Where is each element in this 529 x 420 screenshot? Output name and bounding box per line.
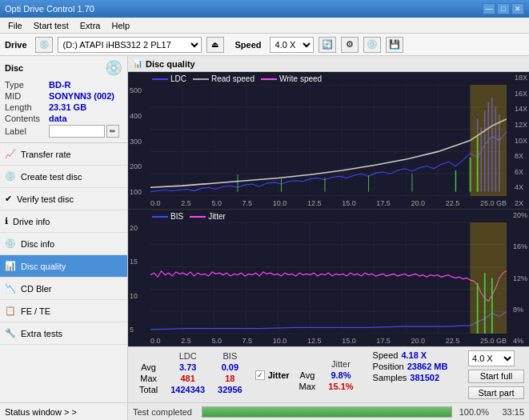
jitter-avg-label: Avg <box>293 370 323 381</box>
disc-type-value: BD-R <box>49 80 71 90</box>
speed-info: Speed 4.18 X Position 23862 MB Samples 3… <box>373 350 448 399</box>
sidebar-item-verify-test-disc[interactable]: ✔ Verify test disc <box>0 188 127 210</box>
top-chart-y-left: 500 400 300 200 100 <box>130 86 142 196</box>
verify-test-disc-label: Verify test disc <box>17 194 74 204</box>
sidebar-item-drive-info[interactable]: ℹ Drive info <box>0 210 127 233</box>
disc-info-label: Disc info <box>21 239 54 249</box>
disc-label-input[interactable] <box>49 125 105 138</box>
sidebar-item-cd-bler[interactable]: 📉 CD Bler <box>0 278 127 300</box>
top-chart-x-labels: 0.0 2.5 5.0 7.5 10.0 12.5 15.0 17.5 20.0… <box>150 199 507 207</box>
legend-write-speed: Write speed <box>261 74 322 83</box>
top-chart-svg <box>150 85 507 196</box>
eject-button[interactable]: ⏏ <box>206 37 224 53</box>
menu-file[interactable]: File <box>3 19 27 32</box>
legend-read-speed: Read speed <box>193 74 254 83</box>
disc-mid-key: MID <box>5 91 49 101</box>
jitter-max-label: Max <box>293 381 323 392</box>
minimize-button[interactable]: — <box>483 3 495 14</box>
drive-bar: Drive 💿 (D:) ATAPI iHBS312 2 PL17 ⏏ Spee… <box>0 34 529 56</box>
sidebar-item-disc-quality[interactable]: 📊 Disc quality <box>0 255 127 278</box>
menu-help[interactable]: Help <box>106 19 134 32</box>
fe-te-label: FE / TE <box>21 306 50 316</box>
sidebar-item-fe-te[interactable]: 📋 FE / TE <box>0 300 127 322</box>
window-controls: — □ ✕ <box>483 3 524 14</box>
drive-label: Drive <box>5 40 27 50</box>
samples-value: 381502 <box>410 373 439 382</box>
progress-percent: 100.0% <box>457 407 489 417</box>
disc-info-icon: 💿 <box>5 238 16 249</box>
legend-ldc-label: LDC <box>170 74 186 83</box>
sidebar-item-create-test-disc[interactable]: 💿 Create test disc <box>0 166 127 188</box>
maximize-button[interactable]: □ <box>497 3 510 14</box>
test-speed-dropdown[interactable]: 4.0 X <box>468 350 515 366</box>
refresh-button[interactable]: 🔄 <box>319 37 336 53</box>
progress-time: 33:15 <box>494 407 524 417</box>
speed-info-label: Speed <box>373 350 399 360</box>
disc-panel: Disc 💿 Type BD-R MID SONYNN3 (002) Lengt… <box>0 56 127 143</box>
fe-te-icon: 📋 <box>5 306 16 316</box>
disc-label-key: Label <box>5 126 49 136</box>
legend-read-speed-label: Read speed <box>211 74 254 83</box>
samples-label: Samples <box>373 373 407 382</box>
total-ldc: 1424343 <box>164 384 211 395</box>
settings-button[interactable]: ⚙ <box>341 37 359 53</box>
disc-type-key: Type <box>5 80 49 90</box>
charts-container: LDC Read speed Write speed 500 400 30 <box>128 72 529 346</box>
bottom-chart-x-labels: 0.0 2.5 5.0 7.5 10.0 12.5 15.0 17.5 20.0… <box>150 337 507 345</box>
legend-jitter-label: Jitter <box>208 212 226 221</box>
transfer-rate-icon: 📈 <box>5 149 16 159</box>
content-area: 📊 Disc quality LDC Read speed <box>128 56 529 420</box>
sidebar-item-extra-tests[interactable]: 🔧 Extra tests <box>0 322 127 345</box>
title-bar: Opti Drive Control 1.70 — □ ✕ <box>0 0 529 18</box>
max-label: Max <box>133 373 164 384</box>
top-chart-y-right: 18X 16X 14X 12X 10X 8X 6X 4X 2X <box>515 72 527 209</box>
extra-tests-label: Extra tests <box>21 329 62 338</box>
close-button[interactable]: ✕ <box>511 3 524 14</box>
disc-mid-value: SONYNN3 (002) <box>49 91 114 101</box>
jitter-checkbox[interactable] <box>255 370 265 380</box>
jitter-label: Jitter <box>268 370 290 380</box>
create-test-disc-icon: 💿 <box>5 171 16 182</box>
disc-length-value: 23.31 GB <box>49 102 86 112</box>
sidebar-item-disc-info[interactable]: 💿 Disc info <box>0 233 127 255</box>
bottom-chart: BIS Jitter 20 15 10 5 20% <box>128 210 529 346</box>
chart-header-icon: 📊 <box>133 59 142 68</box>
legend-write-speed-label: Write speed <box>279 74 322 83</box>
jitter-stats-table: Jitter Avg 9.8% Max 15.1% <box>293 358 360 392</box>
legend-bis: BIS <box>152 212 183 221</box>
start-part-button[interactable]: Start part <box>468 386 524 400</box>
disc-label-edit-btn[interactable]: ✏ <box>106 125 119 138</box>
menu-start-test[interactable]: Start test <box>29 19 74 32</box>
stats-bar: LDC BIS Avg 3.73 0.09 Max 481 <box>128 346 529 402</box>
verify-test-disc-icon: ✔ <box>5 194 12 204</box>
start-full-button[interactable]: Start full <box>468 370 524 383</box>
legend-jitter: Jitter <box>190 212 226 221</box>
status-window-label: Status window > > <box>5 407 77 417</box>
bottom-chart-svg <box>150 222 507 334</box>
disc-button[interactable]: 💿 <box>363 37 381 53</box>
col-ldc: LDC <box>164 350 211 362</box>
drive-select[interactable]: (D:) ATAPI iHBS312 2 PL17 <box>58 37 202 53</box>
position-value: 23862 MB <box>407 362 448 371</box>
top-chart: LDC Read speed Write speed 500 400 30 <box>128 72 529 210</box>
sidebar-item-transfer-rate[interactable]: 📈 Transfer rate <box>0 143 127 166</box>
svg-rect-50 <box>471 222 507 334</box>
menu-bar: File Start test Extra Help <box>0 18 529 34</box>
status-window-btn[interactable]: Status window > > <box>0 402 127 420</box>
stats-table-container: LDC BIS Avg 3.73 0.09 Max 481 <box>133 350 249 399</box>
legend-ldc: LDC <box>152 74 186 83</box>
position-label: Position <box>373 362 404 371</box>
transfer-rate-label: Transfer rate <box>21 150 71 159</box>
progress-bar-fill <box>202 407 451 417</box>
svg-rect-32 <box>471 85 507 196</box>
top-chart-legend: LDC Read speed Write speed <box>152 74 322 83</box>
drive-icon-btn[interactable]: 💿 <box>35 37 53 53</box>
disc-contents-key: Contents <box>5 114 49 123</box>
menu-extra[interactable]: Extra <box>75 19 106 32</box>
save-button[interactable]: 💾 <box>386 37 403 53</box>
progress-bar-container: Test completed 100.0% 33:15 <box>128 402 529 420</box>
speed-select[interactable]: 4.0 X <box>270 37 314 53</box>
bottom-chart-y-right: 20% 16% 12% 8% 4% <box>513 210 527 346</box>
extra-tests-icon: 🔧 <box>5 328 16 338</box>
disc-contents-value: data <box>49 114 67 123</box>
